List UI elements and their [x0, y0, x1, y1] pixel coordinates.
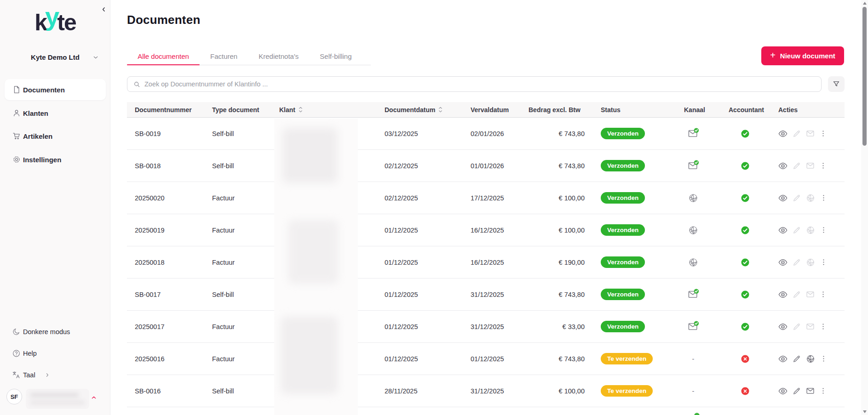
cell-vervaldatum: 16/12/2025 — [463, 259, 521, 266]
document-icon — [12, 85, 21, 94]
help-button[interactable]: Help — [5, 343, 106, 364]
tab-kredietnotas[interactable]: Kredietnota's — [248, 47, 309, 65]
table-row[interactable]: 20250019Factuur01/12/202516/12/2025€ 100… — [127, 214, 845, 246]
chevron-up-icon[interactable] — [90, 394, 98, 401]
sort-icon[interactable] — [299, 106, 303, 113]
envelope-icon[interactable] — [805, 161, 815, 171]
scroll-down-arrow[interactable] — [863, 410, 867, 413]
eye-icon[interactable] — [778, 386, 788, 396]
check-badge-icon — [740, 322, 750, 332]
kebab-icon[interactable] — [819, 130, 827, 137]
scroll-up-arrow[interactable] — [863, 2, 867, 5]
header-documentdatum[interactable]: Documentdatum — [377, 106, 463, 114]
pencil-icon[interactable] — [792, 258, 801, 267]
kebab-icon[interactable] — [819, 162, 827, 170]
header-klant[interactable]: Klant — [271, 106, 377, 114]
pencil-icon[interactable] — [792, 387, 801, 396]
envelope-icon[interactable] — [805, 290, 815, 299]
scrollbar-thumb[interactable] — [862, 7, 867, 146]
kebab-icon[interactable] — [819, 387, 827, 395]
eye-icon[interactable] — [778, 161, 788, 171]
search-input[interactable] — [144, 77, 821, 91]
kebab-icon[interactable] — [820, 355, 828, 363]
cell-status: Te verzenden — [586, 385, 668, 397]
kebab-icon[interactable] — [820, 194, 828, 202]
pencil-icon[interactable] — [792, 193, 801, 203]
table-row[interactable]: 20250016Factuur01/12/202501/12/2025€ 743… — [127, 343, 845, 375]
table-row[interactable]: SB-0017Self-bill01/12/202531/12/2025€ 74… — [127, 279, 845, 311]
sort-icon[interactable] — [438, 106, 443, 113]
sidebar-item-documenten[interactable]: Documenten — [5, 79, 106, 100]
eye-icon[interactable] — [778, 290, 788, 300]
cell-acties — [772, 386, 845, 396]
sidebar-item-artikelen[interactable]: Artikelen — [5, 125, 106, 147]
kebab-icon[interactable] — [820, 226, 828, 234]
language-menu[interactable]: Taal — [5, 365, 106, 385]
envelope-icon[interactable] — [805, 129, 815, 138]
cell-vervaldatum: 31/12/2025 — [463, 323, 521, 330]
kyte-logo: kyte — [0, 6, 110, 36]
table-row[interactable]: 20250020Factuur02/12/202517/12/2025€ 100… — [127, 182, 845, 214]
table-row[interactable]: SB-0019Self-bill03/12/202502/01/2026€ 74… — [127, 118, 845, 150]
cell-bedrag: € 190,00 — [521, 259, 586, 266]
cell-type-document: Factuur — [204, 259, 271, 266]
status-badge: Verzonden — [601, 321, 645, 332]
company-selector[interactable]: Kyte Demo Ltd — [0, 53, 110, 61]
cell-status: Verzonden — [586, 128, 668, 139]
peppol-icon[interactable] — [805, 257, 816, 267]
pencil-icon[interactable] — [792, 161, 801, 171]
sidebar-item-instellingen[interactable]: Instellingen — [5, 149, 106, 170]
translate-icon — [12, 371, 21, 380]
eye-icon[interactable] — [778, 193, 788, 203]
kebab-icon[interactable] — [820, 258, 828, 266]
sidebar-item-klanten[interactable]: Klanten — [5, 102, 106, 124]
pencil-icon[interactable] — [792, 322, 801, 331]
pencil-icon[interactable] — [792, 129, 801, 138]
eye-icon[interactable] — [778, 225, 788, 235]
cell-kanaal: - — [668, 355, 718, 363]
eye-icon[interactable] — [778, 354, 788, 364]
logo-letters-te: te — [57, 10, 75, 35]
pencil-icon[interactable] — [792, 290, 801, 299]
cell-documentdatum: 01/12/2025 — [377, 291, 463, 298]
header-bedrag: Bedrag excl. Btw — [521, 106, 586, 114]
pencil-icon[interactable] — [792, 354, 801, 364]
envelope-icon[interactable] — [805, 386, 815, 396]
eye-icon[interactable] — [778, 257, 788, 267]
table-row[interactable]: 20250018Factuur01/12/202516/12/2025€ 190… — [127, 246, 845, 279]
tab-alle-documenten[interactable]: Alle documenten — [127, 47, 200, 65]
table-row[interactable]: SB-0018Self-bill02/12/202501/01/2026€ 74… — [127, 150, 845, 182]
footer-item-label: Taal — [23, 371, 35, 379]
cell-documentnummer: 20250018 — [127, 259, 204, 266]
cell-bedrag: € 743,80 — [521, 355, 586, 363]
check-badge-icon — [740, 161, 750, 171]
check-badge-icon — [740, 129, 750, 139]
pencil-icon[interactable] — [792, 226, 801, 235]
avatar[interactable]: SF — [6, 389, 22, 404]
cell-vervaldatum: 01/12/2025 — [463, 355, 521, 363]
cell-accountant — [718, 257, 772, 267]
sidebar-item-label: Klanten — [23, 109, 48, 117]
dark-mode-toggle[interactable]: Donkere modus — [5, 322, 106, 342]
table-row[interactable]: 20250017Factuur01/12/202531/12/2025€ 33,… — [127, 311, 845, 343]
peppol-icon[interactable] — [805, 225, 816, 235]
cell-kanaal — [668, 127, 718, 140]
peppol-icon[interactable] — [805, 193, 816, 203]
documents-table: Documentnummer Type document Klant Docum… — [127, 102, 845, 415]
eye-icon[interactable] — [778, 129, 788, 139]
new-document-button[interactable]: + Nieuw document — [761, 46, 844, 65]
page-scrollbar[interactable] — [861, 0, 868, 415]
envelope-icon[interactable] — [805, 322, 815, 331]
kebab-icon[interactable] — [819, 290, 827, 298]
eye-icon[interactable] — [778, 322, 788, 332]
cell-vervaldatum: 02/01/2026 — [463, 130, 521, 137]
kebab-icon[interactable] — [819, 323, 827, 330]
tab-facturen[interactable]: Facturen — [200, 47, 248, 65]
filter-button[interactable] — [828, 76, 845, 92]
tab-self-billing[interactable]: Self-billing — [309, 47, 362, 65]
table-row[interactable]: SB-0016Self-bill28/11/202531/12/2025€ 10… — [127, 375, 845, 407]
cell-type-document: Self-bill — [204, 130, 271, 137]
peppol-icon[interactable] — [805, 354, 816, 364]
cell-status: Verzonden — [586, 256, 668, 268]
sidebar-collapse-button[interactable] — [100, 6, 107, 13]
